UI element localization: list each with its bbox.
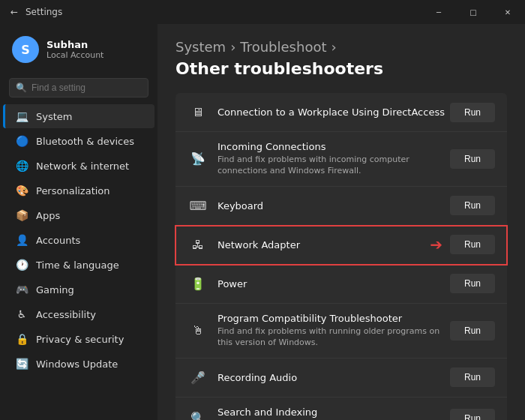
item-icon-network-adapter: 🖧 [188,238,208,252]
run-button-incoming[interactable]: Run [450,149,495,169]
nav-label-bluetooth: Bluetooth & devices [36,136,134,147]
sidebar: S Subhan Local Account 🔍 💻 System 🔵 Blue… [0,24,158,420]
nav-label-update: Windows Update [36,358,118,370]
sidebar-item-personalization[interactable]: 🎨 Personalization [3,178,154,202]
item-title-power: Power [218,278,450,290]
troubleshooter-item-incoming: 📡 Incoming Connections Find and fix prob… [176,132,507,187]
item-actions-search: Run [450,409,495,420]
item-actions-directaccess: Run [450,103,495,122]
titlebar: ← Settings ─ □ ✕ [0,0,525,24]
item-icon-directaccess: 🖥 [188,105,208,119]
item-text-keyboard: Keyboard [218,200,450,212]
item-desc-incoming: Find and fix problems with incoming comp… [218,154,450,177]
nav-label-accounts: Accounts [36,235,80,246]
troubleshooter-list: 🖥 Connection to a Workplace Using Direct… [176,93,507,420]
item-icon-compatibility: 🖱 [188,323,208,338]
troubleshooter-item-directaccess: 🖥 Connection to a Workplace Using Direct… [176,93,507,132]
item-icon-search: 🔍 [188,411,208,420]
troubleshooter-item-compatibility: 🖱 Program Compatibility Troubleshooter F… [176,304,507,358]
item-text-power: Power [218,278,450,290]
nav-icon-update: 🔄 [15,357,28,370]
troubleshooter-item-audio: 🎤 Recording Audio Run [176,358,507,398]
run-button-audio[interactable]: Run [450,368,495,387]
nav-icon-accessibility: ♿ [15,308,28,321]
window-controls: ─ □ ✕ [422,0,525,24]
item-actions-keyboard: Run [450,196,495,215]
nav-list: 💻 System 🔵 Bluetooth & devices 🌐 Network… [0,104,158,376]
nav-icon-gaming: 🎮 [15,283,28,296]
minimize-button[interactable]: ─ [422,0,456,24]
main-content: System › Troubleshoot › Other troublesho… [158,24,525,420]
sidebar-item-update[interactable]: 🔄 Windows Update [3,352,154,376]
arrow-icon: ➔ [430,236,442,254]
nav-label-gaming: Gaming [36,284,74,296]
troubleshooter-item-power: 🔋 Power Run [176,265,507,304]
nav-label-privacy: Privacy & security [36,334,124,345]
breadcrumb-troubleshoot[interactable]: Troubleshoot [240,39,326,55]
avatar: S [12,36,39,63]
profile-text: Subhan Local Account [46,39,104,60]
sidebar-item-network[interactable]: 🌐 Network & internet [3,154,154,178]
item-icon-power: 🔋 [188,277,208,291]
nav-icon-accounts: 👤 [15,233,28,247]
profile-section: S Subhan Local Account [0,30,158,75]
sidebar-item-bluetooth[interactable]: 🔵 Bluetooth & devices [3,129,154,153]
item-text-audio: Recording Audio [218,372,450,383]
nav-icon-personalization: 🎨 [15,184,28,197]
profile-name: Subhan [46,39,104,50]
run-button-directaccess[interactable]: Run [450,103,495,122]
troubleshooter-item-search: 🔍 Search and Indexing Find and fix probl… [176,398,507,420]
breadcrumb-system[interactable]: System [176,39,226,55]
nav-label-time: Time & language [36,260,119,271]
item-text-incoming: Incoming Connections Find and fix proble… [218,141,450,177]
item-text-network-adapter: Network Adapter [218,239,430,250]
run-button-search[interactable]: Run [450,409,495,420]
search-input[interactable] [32,82,142,93]
maximize-button[interactable]: □ [456,0,490,24]
item-text-search: Search and Indexing Find and fix problem… [218,406,450,420]
item-icon-incoming: 📡 [188,152,208,166]
run-button-compatibility[interactable]: Run [450,321,495,340]
item-title-keyboard: Keyboard [218,200,450,212]
item-text-compatibility: Program Compatibility Troubleshooter Fin… [218,313,450,349]
item-text-directaccess: Connection to a Workplace Using DirectAc… [218,106,450,118]
troubleshooter-item-network-adapter: 🖧 Network Adapter ➔ Run [176,226,507,265]
item-icon-audio: 🎤 [188,370,208,385]
item-icon-keyboard: ⌨ [188,199,208,213]
item-actions-audio: Run [450,368,495,387]
item-title-audio: Recording Audio [218,372,450,383]
back-button[interactable]: ← [9,7,20,17]
sidebar-item-privacy[interactable]: 🔒 Privacy & security [3,327,154,351]
item-actions-compatibility: Run [450,321,495,340]
item-title-directaccess: Connection to a Workplace Using DirectAc… [218,106,450,118]
breadcrumb-other: Other troubleshooters [176,59,383,78]
nav-label-apps: Apps [36,210,60,221]
sidebar-item-system[interactable]: 💻 System [3,104,154,128]
app-title: Settings [26,7,62,17]
troubleshooter-item-keyboard: ⌨ Keyboard Run [176,187,507,226]
breadcrumb: System › Troubleshoot › Other troublesho… [176,39,507,78]
run-button-network-adapter[interactable]: Run [450,235,495,254]
run-button-power[interactable]: Run [450,274,495,293]
nav-icon-apps: 📦 [15,208,28,222]
breadcrumb-separator: › [331,39,336,55]
breadcrumb-separator: › [230,39,236,55]
item-actions-incoming: Run [450,149,495,169]
run-button-keyboard[interactable]: Run [450,196,495,215]
sidebar-item-accessibility[interactable]: ♿ Accessibility [3,302,154,326]
sidebar-item-apps[interactable]: 📦 Apps [3,203,154,227]
sidebar-item-time[interactable]: 🕐 Time & language [3,253,154,277]
nav-label-accessibility: Accessibility [36,309,96,320]
nav-label-network: Network & internet [36,160,129,172]
app-container: S Subhan Local Account 🔍 💻 System 🔵 Blue… [0,24,525,420]
profile-sub: Local Account [46,50,104,60]
sidebar-item-accounts[interactable]: 👤 Accounts [3,228,154,252]
item-title-compatibility: Program Compatibility Troubleshooter [218,313,450,324]
item-title-network-adapter: Network Adapter [218,239,430,250]
nav-label-system: System [36,111,72,122]
nav-icon-time: 🕐 [15,258,28,272]
sidebar-item-gaming[interactable]: 🎮 Gaming [3,278,154,302]
close-button[interactable]: ✕ [490,0,525,24]
item-desc-compatibility: Find and fix problems with running older… [218,326,450,349]
search-box[interactable]: 🔍 [9,78,148,98]
